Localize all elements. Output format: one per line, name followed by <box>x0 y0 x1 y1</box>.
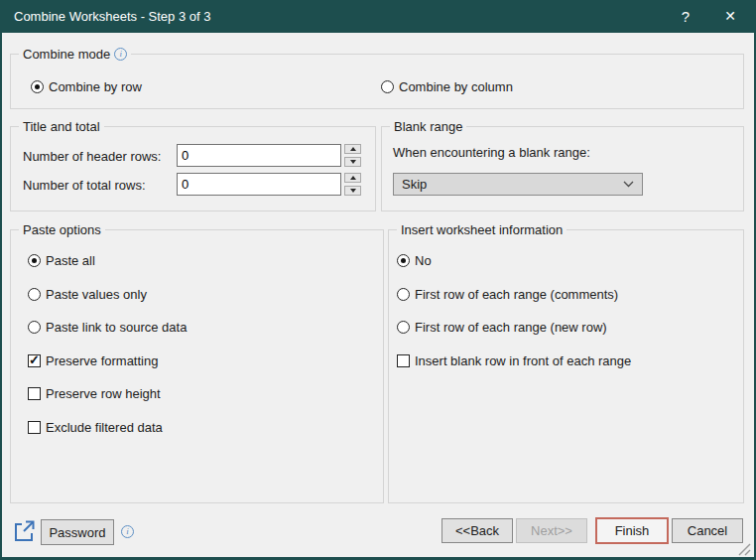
back-button[interactable]: <<Back <box>441 518 513 543</box>
radio-label: Combine by column <box>399 79 513 94</box>
radio-label: Paste link to source data <box>46 320 187 335</box>
radio-icon <box>28 288 41 301</box>
radio-label: No <box>415 253 432 268</box>
checkbox-icon <box>28 354 41 367</box>
blank-range-prompt: When encountering a blank range: <box>393 145 590 160</box>
radio-icon <box>397 254 410 267</box>
blank-range-select[interactable]: Skip <box>393 173 643 196</box>
arrow-down-icon <box>350 160 356 164</box>
checkbox-label: Preserve formatting <box>46 353 158 368</box>
paste-options-group-label: Paste options <box>19 222 105 237</box>
checkbox-label: Exclude filtered data <box>46 420 163 435</box>
finish-button[interactable]: Finish <box>595 517 669 544</box>
checkbox-label: Preserve row height <box>46 386 161 401</box>
radio-label: Combine by row <box>49 79 142 94</box>
blank-range-label-text: Blank range <box>394 119 462 134</box>
insert-worksheet-info-group: Insert worksheet information No First ro… <box>388 229 744 503</box>
spin-up-button[interactable] <box>344 144 361 154</box>
info-icon[interactable] <box>121 525 134 538</box>
cancel-button[interactable]: Cancel <box>672 518 743 543</box>
total-rows-spinner <box>344 173 361 196</box>
radio-icon <box>28 321 41 334</box>
total-rows-input[interactable] <box>177 173 341 196</box>
radio-icon <box>397 288 410 301</box>
radio-paste-link-to-source[interactable]: Paste link to source data <box>28 319 187 335</box>
dialog-title: Combine Worksheets - Step 3 of 3 <box>14 0 210 33</box>
insert-worksheet-info-label-text: Insert worksheet information <box>401 222 563 237</box>
checkbox-icon <box>28 421 41 434</box>
header-rows-input[interactable] <box>177 144 341 167</box>
radio-first-row-comments[interactable]: First row of each range (comments) <box>397 286 618 302</box>
paste-options-label-text: Paste options <box>23 222 101 237</box>
blank-range-group: Blank range When encountering a blank ra… <box>381 126 744 211</box>
arrow-down-icon <box>350 189 356 193</box>
radio-first-row-new-row[interactable]: First row of each range (new row) <box>397 319 607 335</box>
radio-icon <box>381 80 394 93</box>
combine-worksheets-dialog: Combine Worksheets - Step 3 of 3 ? ✕ Com… <box>0 0 756 560</box>
info-icon[interactable] <box>114 48 127 61</box>
title-and-total-label-text: Title and total <box>23 119 100 134</box>
checkbox-icon <box>28 387 41 400</box>
radio-paste-values-only[interactable]: Paste values only <box>28 286 147 302</box>
close-icon[interactable]: ✕ <box>710 0 750 33</box>
radio-combine-by-column[interactable]: Combine by column <box>381 78 513 94</box>
radio-no[interactable]: No <box>397 252 432 268</box>
arrow-up-icon <box>350 147 356 151</box>
header-rows-spinner <box>344 144 361 167</box>
radio-label: Paste values only <box>46 287 147 302</box>
open-in-new-window-icon[interactable] <box>12 518 37 544</box>
checkbox-preserve-formatting[interactable]: Preserve formatting <box>28 352 158 368</box>
combine-mode-group-label: Combine mode <box>19 47 131 62</box>
blank-range-group-label: Blank range <box>390 119 466 134</box>
title-and-total-group: Title and total Number of header rows: N… <box>10 126 376 211</box>
checkbox-preserve-row-height[interactable]: Preserve row height <box>28 385 161 401</box>
blank-range-selected-value: Skip <box>402 177 427 192</box>
spin-down-button[interactable] <box>344 186 361 196</box>
spin-down-button[interactable] <box>344 157 361 167</box>
insert-worksheet-info-group-label: Insert worksheet information <box>397 222 567 237</box>
help-button[interactable]: ? <box>669 0 702 33</box>
resize-grip[interactable] <box>736 541 752 556</box>
title-and-total-group-label: Title and total <box>19 119 104 134</box>
spin-up-button[interactable] <box>344 173 361 183</box>
titlebar[interactable]: Combine Worksheets - Step 3 of 3 ? ✕ <box>0 0 756 33</box>
total-rows-label: Number of total rows: <box>23 178 146 193</box>
paste-options-group: Paste options Paste all Paste values onl… <box>10 229 384 503</box>
radio-combine-by-row[interactable]: Combine by row <box>31 78 142 94</box>
checkbox-label: Insert blank row in front of each range <box>415 353 631 368</box>
combine-mode-group: Combine mode Combine by row Combine by c… <box>10 54 744 109</box>
password-button[interactable]: Password <box>41 519 114 545</box>
chevron-down-icon <box>623 181 634 188</box>
radio-label: First row of each range (new row) <box>415 320 607 335</box>
checkbox-exclude-filtered-data[interactable]: Exclude filtered data <box>28 419 163 435</box>
combine-mode-label-text: Combine mode <box>23 47 110 62</box>
next-button: Next>> <box>516 518 587 543</box>
header-rows-label: Number of header rows: <box>23 149 161 164</box>
radio-label: Paste all <box>46 253 95 268</box>
radio-icon <box>397 321 410 334</box>
arrow-up-icon <box>350 176 356 180</box>
checkbox-icon <box>397 354 410 367</box>
radio-icon <box>28 254 41 267</box>
checkbox-insert-blank-row[interactable]: Insert blank row in front of each range <box>397 352 631 368</box>
radio-icon <box>31 80 44 93</box>
radio-label: First row of each range (comments) <box>415 287 618 302</box>
radio-paste-all[interactable]: Paste all <box>28 252 95 268</box>
